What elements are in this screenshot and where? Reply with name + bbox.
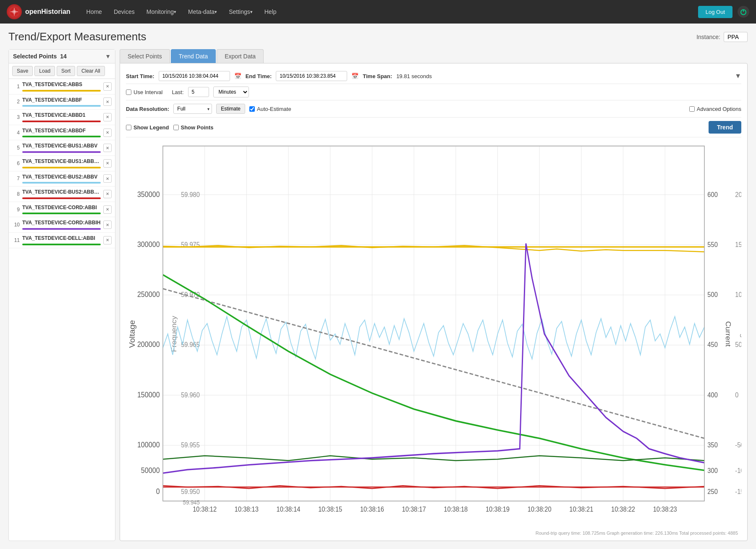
nav-home[interactable]: Home xyxy=(81,0,108,24)
tabs: Select PointsTrend DataExport Data xyxy=(120,49,748,63)
show-legend-checkbox[interactable] xyxy=(126,125,131,130)
use-interval-label: Use Interval xyxy=(126,89,162,95)
sidebar-item-info: TVA_TESTDEVICE-DELL:ABBI xyxy=(22,235,101,245)
sidebar-item-color-bar xyxy=(22,197,101,199)
clear-all-button[interactable]: Clear All xyxy=(77,66,105,76)
advanced-options: Advanced Options xyxy=(689,106,741,112)
sidebar-item-color-bar xyxy=(22,244,101,245)
svg-text:59.955: 59.955 xyxy=(181,441,200,449)
sidebar-item-name: TVA_TESTDEVICE:ABBD1 xyxy=(22,112,101,119)
sidebar-item-info: TVA_TESTDEVICE:ABBF xyxy=(22,97,101,107)
sidebar-item-color-bar xyxy=(22,151,101,153)
nav-links: Home Devices Monitoring Meta-data Settin… xyxy=(81,0,698,24)
instance-dropdown[interactable]: PPA xyxy=(724,32,748,42)
sidebar-item-remove-button[interactable]: ✕ xyxy=(103,190,112,198)
nav-help[interactable]: Help xyxy=(259,0,283,24)
tab-select-points[interactable]: Select Points xyxy=(120,49,170,63)
svg-text:250000: 250000 xyxy=(137,290,160,299)
end-time-input[interactable] xyxy=(276,71,347,81)
power-icon[interactable] xyxy=(738,6,749,18)
time-span-label: Time Span: xyxy=(363,73,392,79)
sidebar-item-number: 2 xyxy=(12,99,20,105)
svg-text:50000: 50000 xyxy=(141,466,160,475)
sidebar-item-name: TVA_TESTDEVICE-CORD:ABBIH xyxy=(22,220,101,226)
use-interval-checkbox[interactable] xyxy=(126,89,131,95)
brand-logo xyxy=(7,4,22,19)
sidebar-item-remove-button[interactable]: ✕ xyxy=(103,174,112,183)
save-button[interactable]: Save xyxy=(12,66,33,76)
svg-text:300: 300 xyxy=(707,467,718,475)
sidebar-item-number: 9 xyxy=(12,207,20,213)
sidebar-header: Selected Points 14 ▼ xyxy=(9,50,115,63)
svg-text:-50: -50 xyxy=(735,441,741,449)
svg-text:59.945: 59.945 xyxy=(183,499,200,506)
svg-text:550: 550 xyxy=(707,241,718,248)
svg-text:100000: 100000 xyxy=(137,440,160,449)
sidebar: Selected Points 14 ▼ Save Load Sort Clea… xyxy=(8,49,115,541)
nav-devices[interactable]: Devices xyxy=(108,0,141,24)
sidebar-item-color-bar xyxy=(22,213,101,214)
expand-button[interactable]: ▼ xyxy=(735,72,741,80)
tab-trend-data[interactable]: Trend Data xyxy=(171,49,216,63)
last-value-input[interactable] xyxy=(188,87,209,97)
svg-text:0: 0 xyxy=(156,487,160,496)
brand-name: openHistorian xyxy=(25,8,71,16)
svg-text:150000: 150000 xyxy=(137,390,160,399)
svg-text:250: 250 xyxy=(707,488,718,495)
sidebar-item-remove-button[interactable]: ✕ xyxy=(103,144,112,152)
navbar-right: Log Out xyxy=(698,6,749,18)
sidebar-item-remove-button[interactable]: ✕ xyxy=(103,82,112,91)
show-points-checkbox[interactable] xyxy=(173,125,179,130)
sidebar-item-info: TVA_TESTDEVICE-BUS2:ABBV xyxy=(22,174,101,184)
svg-text:600: 600 xyxy=(707,191,718,198)
svg-text:-150: -150 xyxy=(735,488,741,495)
sidebar-item-remove-button[interactable]: ✕ xyxy=(103,221,112,229)
chart-area: 350000 300000 250000 200000 150000 10000… xyxy=(126,139,741,529)
start-time-input[interactable] xyxy=(159,71,230,81)
sidebar-item-info: TVA_TESTDEVICE-BUS2:ABBVH xyxy=(22,189,101,199)
sidebar-item-name: TVA_TESTDEVICE-BUS1:ABBVH xyxy=(22,158,101,165)
trend-button[interactable]: Trend xyxy=(709,121,741,134)
sidebar-item-info: TVA_TESTDEVICE:ABBDF xyxy=(22,128,101,138)
sidebar-item-remove-button[interactable]: ✕ xyxy=(103,129,112,137)
svg-text:10:38:13: 10:38:13 xyxy=(235,505,259,513)
tab-export-data[interactable]: Export Data xyxy=(217,49,264,63)
sidebar-item-name: TVA_TESTDEVICE-BUS2:ABBV xyxy=(22,174,101,181)
sidebar-item-remove-button[interactable]: ✕ xyxy=(103,159,112,168)
start-time-calendar-button[interactable]: 📅 xyxy=(234,73,241,79)
svg-text:Voltage: Voltage xyxy=(128,320,136,348)
sidebar-item-remove-button[interactable]: ✕ xyxy=(103,97,112,106)
sidebar-item-number: 11 xyxy=(12,237,20,243)
nav-settings[interactable]: Settings xyxy=(223,0,259,24)
load-button[interactable]: Load xyxy=(34,66,55,76)
svg-text:59.980: 59.980 xyxy=(181,191,200,198)
end-time-calendar-button[interactable]: 📅 xyxy=(351,73,358,79)
last-label: Last: xyxy=(172,89,183,95)
svg-text:10:38:20: 10:38:20 xyxy=(528,505,552,513)
sidebar-count: 14 xyxy=(60,53,67,60)
sidebar-list-item: 8TVA_TESTDEVICE-BUS2:ABBVH✕ xyxy=(9,187,115,202)
sidebar-item-color-bar xyxy=(22,228,101,230)
sort-button[interactable]: Sort xyxy=(57,66,75,76)
sidebar-list: 1TVA_TESTDEVICE:ABBS✕2TVA_TESTDEVICE:ABB… xyxy=(9,79,115,541)
nav-metadata[interactable]: Meta-data xyxy=(182,0,223,24)
page-header: Trend/Export Measurements Instance: PPA xyxy=(8,30,748,43)
nav-monitoring[interactable]: Monitoring xyxy=(141,0,182,24)
auto-estimate-label: Auto-Estimate xyxy=(249,106,291,112)
sidebar-item-remove-button[interactable]: ✕ xyxy=(103,205,112,214)
minutes-select[interactable]: Minutes Seconds Hours xyxy=(213,87,249,97)
data-resolution-select[interactable]: Full Decimated xyxy=(173,104,212,114)
sidebar-item-remove-button[interactable]: ✕ xyxy=(103,236,112,244)
advanced-options-checkbox[interactable] xyxy=(689,106,695,112)
sidebar-item-name: TVA_TESTDEVICE-BUS1:ABBV xyxy=(22,143,101,150)
sidebar-item-remove-button[interactable]: ✕ xyxy=(103,113,112,121)
sidebar-item-number: 4 xyxy=(12,130,20,136)
sidebar-list-item: 1TVA_TESTDEVICE:ABBS✕ xyxy=(9,79,115,95)
auto-estimate-checkbox[interactable] xyxy=(249,106,255,112)
logout-button[interactable]: Log Out xyxy=(698,6,732,18)
sidebar-collapse-button[interactable]: ▼ xyxy=(105,53,111,60)
estimate-button[interactable]: Estimate xyxy=(216,104,245,114)
svg-text:10:38:17: 10:38:17 xyxy=(402,505,426,513)
svg-text:0: 0 xyxy=(735,391,738,399)
trend-panel: Start Time: 📅 End Time: 📅 Time Span: 19.… xyxy=(120,63,748,541)
